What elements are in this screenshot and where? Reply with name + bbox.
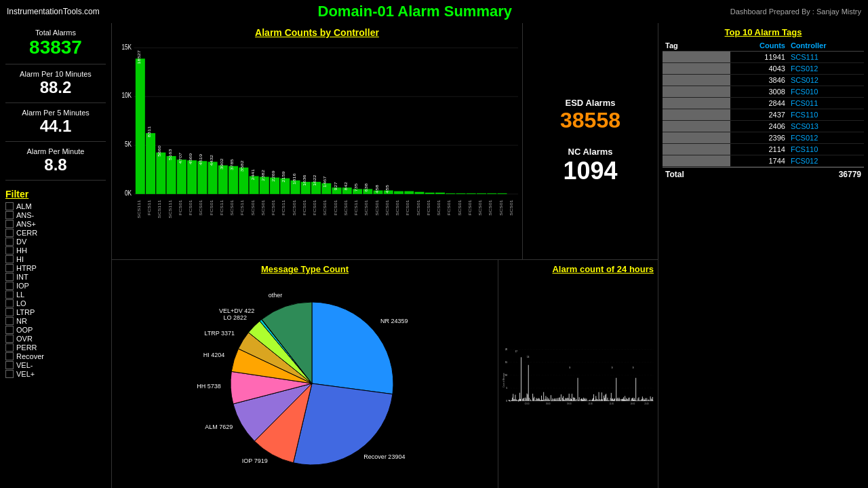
filter-item[interactable]: ANS- — [5, 211, 106, 219]
svg-rect-212 — [564, 400, 565, 402]
filter-item[interactable]: ALM — [5, 202, 106, 210]
per5-label: Alarm Per 5 Minutes — [5, 109, 106, 117]
svg-text:FCS11: FCS11 — [220, 200, 224, 215]
svg-rect-103 — [498, 193, 507, 194]
svg-rect-29 — [208, 162, 218, 193]
filter-item[interactable]: ANS+ — [5, 220, 106, 228]
count-cell: 2406 — [730, 121, 788, 132]
svg-rect-285 — [617, 398, 618, 401]
svg-rect-311 — [636, 401, 637, 402]
svg-rect-275 — [610, 398, 611, 401]
svg-rect-182 — [542, 400, 543, 402]
svg-text:SCS01: SCS01 — [261, 200, 265, 216]
svg-rect-333 — [652, 397, 653, 401]
svg-rect-201 — [557, 400, 557, 402]
ctrl-cell: FCS012 — [788, 132, 864, 144]
ctrl-cell: FCS012 — [788, 155, 864, 167]
table-row: 2406 SCS013 — [663, 121, 864, 132]
svg-text:458: 458 — [374, 185, 378, 193]
filter-item[interactable]: OVR — [5, 335, 106, 343]
svg-rect-146 — [517, 400, 517, 401]
svg-rect-200 — [555, 398, 556, 401]
svg-text:09:00: 09:00 — [567, 402, 572, 405]
svg-text:15:00: 15:00 — [609, 402, 614, 405]
svg-rect-196 — [553, 401, 553, 402]
svg-text:455: 455 — [385, 185, 389, 193]
svg-rect-292 — [623, 399, 623, 401]
right-panel: Top 10 Alarm Tags Tag Counts Controller … — [658, 23, 868, 488]
total-alarms-box: Total Alarms 83837 — [5, 29, 106, 64]
svg-rect-173 — [536, 398, 537, 401]
ctrl-cell: SCS111 — [788, 52, 864, 63]
svg-rect-278 — [612, 398, 613, 401]
nc-label: NC Alarms — [563, 147, 617, 157]
line-panel: Alarm count of 24 hours 20 15 10 5 0 — [498, 260, 658, 488]
filter-item[interactable]: HI — [5, 255, 106, 263]
filter-item[interactable]: Recover — [5, 352, 106, 360]
svg-rect-222 — [572, 394, 572, 402]
svg-rect-187 — [547, 400, 547, 402]
svg-rect-139 — [511, 400, 512, 402]
filter-item[interactable]: IOP — [5, 282, 106, 290]
per10-box: Alarm Per 10 Minutes 88.2 — [5, 70, 106, 103]
filter-item[interactable]: CERR — [5, 229, 106, 237]
svg-text:FCS11: FCS11 — [147, 200, 151, 215]
svg-rect-174 — [537, 399, 538, 401]
svg-text:927: 927 — [333, 182, 337, 191]
filter-item[interactable]: OOP — [5, 326, 106, 334]
pie-container: NR 24359Recover 23904IOP 7919ALM 7629HH … — [116, 277, 494, 483]
ctrl-cell: FCS012 — [788, 63, 864, 75]
pie-title: Message Type Count — [116, 264, 494, 274]
svg-text:9: 9 — [633, 367, 634, 369]
ctrl-cell: FCS011 — [788, 98, 864, 109]
count-cell: 2844 — [730, 98, 788, 109]
svg-rect-291 — [622, 399, 623, 401]
svg-rect-305 — [632, 398, 633, 401]
filter-item[interactable]: INT — [5, 273, 106, 281]
svg-rect-249 — [591, 400, 592, 402]
svg-text:2382: 2382 — [261, 170, 265, 181]
table-row: 3008 FCS010 — [663, 86, 864, 98]
bar-chart-title: Alarm Counts by Controller — [116, 27, 518, 38]
filter-item[interactable]: LL — [5, 290, 106, 299]
svg-text:SCS01: SCS01 — [457, 200, 461, 216]
svg-rect-298 — [627, 399, 627, 401]
svg-rect-35 — [229, 166, 238, 194]
svg-text:2269: 2269 — [271, 170, 275, 182]
svg-rect-216 — [568, 398, 568, 401]
svg-text:SCS01: SCS01 — [199, 200, 203, 216]
filter-item[interactable]: VEL- — [5, 361, 106, 369]
svg-rect-26 — [197, 161, 207, 194]
line-title: Alarm count of 24 hours — [502, 264, 654, 274]
filter-item[interactable]: PERR — [5, 343, 106, 352]
filter-item[interactable]: NR — [5, 317, 106, 325]
svg-text:8311: 8311 — [147, 126, 151, 137]
svg-rect-165 — [530, 400, 531, 402]
svg-text:5163: 5163 — [167, 149, 172, 160]
table-row: 11941 SCS111 — [663, 52, 864, 63]
count-cell: 4043 — [730, 63, 788, 75]
svg-rect-178 — [540, 400, 540, 402]
tag-cell — [663, 144, 730, 155]
filter-item[interactable]: HTRP — [5, 264, 106, 272]
svg-text:FCS01: FCS01 — [178, 200, 182, 215]
svg-rect-236 — [582, 399, 583, 401]
table-row: 3846 SCS012 — [663, 75, 864, 86]
svg-rect-303 — [631, 400, 631, 401]
table-row: 2114 FCS110 — [663, 144, 864, 155]
filter-item[interactable]: LTRP — [5, 308, 106, 316]
svg-rect-166 — [531, 401, 532, 402]
svg-rect-99 — [477, 193, 486, 194]
col-counts: Counts — [730, 40, 788, 52]
filter-item[interactable]: HH — [5, 246, 106, 255]
filter-item[interactable]: LO — [5, 299, 106, 307]
pie-chart-svg: NR 24359Recover 23904IOP 7919ALM 7629HH … — [176, 278, 434, 482]
svg-rect-258 — [598, 400, 599, 402]
per5-value: 44.1 — [5, 117, 106, 136]
filter-item[interactable]: VEL+ — [5, 370, 106, 378]
svg-text:14: 14 — [527, 356, 530, 359]
svg-text:SCS111: SCS111 — [157, 200, 161, 219]
filter-item[interactable]: DV — [5, 238, 106, 246]
svg-rect-283 — [616, 378, 616, 401]
svg-rect-143 — [514, 399, 515, 401]
